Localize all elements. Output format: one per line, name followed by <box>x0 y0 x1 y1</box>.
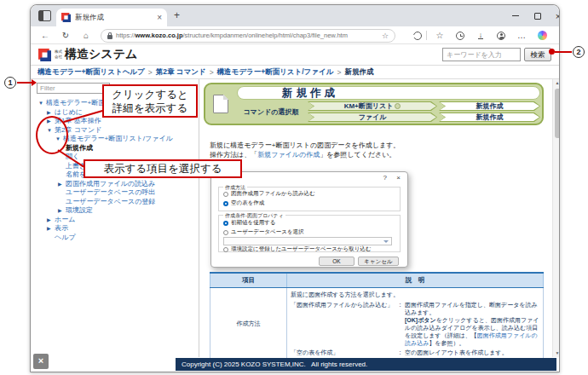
lock-icon <box>107 32 112 39</box>
intro-line2: 操作方法は、「新規ファイルの作成」を参照してください。 <box>210 150 400 159</box>
breadcrumb-link[interactable]: 構造モデラー+断面リストヘルプ <box>37 67 145 78</box>
table-description: 新規に図面作成する方法を選択します。 「図面作成用ファイルから読み込む」 ： 図… <box>287 288 544 360</box>
search-button[interactable]: 検索 <box>524 48 551 61</box>
profile-icon[interactable] <box>493 26 510 44</box>
dialog-help-icon: ? <box>383 174 387 182</box>
ok-button: OK <box>319 257 355 266</box>
dialog-close-icon: × <box>396 174 401 182</box>
logo-company-name: 構造システム <box>65 47 137 62</box>
sidebar-close-button[interactable]: × <box>33 354 49 369</box>
breadcrumb-separator: > <box>148 68 153 77</box>
copilot-icon[interactable] <box>533 26 551 44</box>
definition-row: 「図面作成用ファイルから読み込む」 ： 図面作成用ファイルを指定し、断面データを… <box>291 301 539 347</box>
tab-actions-icon[interactable] <box>38 10 51 21</box>
tree-item[interactable]: ユーザーデータベースの呼出 <box>31 188 199 198</box>
window-minimize-button[interactable] <box>506 5 525 26</box>
breadcrumb-current: 新規作成 <box>344 67 373 78</box>
tab-close-icon[interactable]: × <box>157 14 162 22</box>
tab-actions-glyph <box>39 11 43 20</box>
browser-window: 新規作成 × + × ← ↻ ⌂ https://www.kozo.co.jp/… <box>30 4 560 372</box>
keyword-search-input[interactable] <box>442 48 521 61</box>
command-item-band: 新規作成 <box>439 101 540 111</box>
tree-expand-icon[interactable]: ▼ <box>38 99 46 108</box>
scrollbar-thumb[interactable] <box>555 89 561 138</box>
radio-read-from-file: 図面作成用ファイルから読み込む <box>223 190 315 198</box>
tree-expand-icon[interactable]: ▶ <box>47 216 55 225</box>
browser-essentials-icon[interactable] <box>409 26 426 44</box>
history-icon[interactable] <box>452 26 469 44</box>
downloads-icon[interactable]: ↓ <box>472 26 489 44</box>
window-maximize-button[interactable] <box>528 5 547 26</box>
command-order-label: コマンドの選択順 <box>237 101 305 122</box>
toc-filter-input[interactable] <box>37 83 110 94</box>
url-text: https://www.kozo.co.jp/structure/kmpdanm… <box>116 32 378 39</box>
radio-icon <box>223 192 228 197</box>
intro-text: 新規に構造モデラー+断面リストの図面データを作成します。 操作方法は、「新規ファ… <box>210 141 400 159</box>
tree-expand-icon[interactable]: ▶ <box>58 180 66 189</box>
toolbar-divider <box>426 31 427 40</box>
home-icon[interactable]: ⌂ <box>78 26 94 44</box>
user-database-combobox <box>223 237 392 245</box>
screenshot-stage: 新規作成 × + × ← ↻ ⌂ https://www.kozo.co.jp/… <box>0 0 588 375</box>
radio-use-defaults: 初期値を使用する <box>223 219 275 227</box>
address-bar[interactable]: https://www.kozo.co.jp/structure/kmpdanm… <box>101 29 395 43</box>
tree-item[interactable]: ▶表示 <box>31 224 199 234</box>
breadcrumb-link[interactable]: 構造モデラー+断面リスト/ファイル <box>217 67 334 78</box>
description-intro: 新規に図面作成する方法を選択します。 <box>291 291 539 298</box>
tree-expand-icon[interactable]: ▶ <box>47 224 55 234</box>
scroll-down-icon[interactable]: ▼ <box>553 349 560 357</box>
new-file-icon <box>213 95 228 113</box>
more-menu-icon[interactable]: … <box>513 26 530 44</box>
table-header-row: 項目 説 明 <box>210 273 544 288</box>
banner-icon-cell <box>207 86 234 122</box>
tree-item[interactable]: ▶環境設定 <box>31 206 199 216</box>
definition-row: 「空の表を作成」 ： 空の図面レイアウト表を作成します。 <box>291 349 539 356</box>
back-icon[interactable]: ← <box>37 26 53 44</box>
annotation-arrowhead <box>32 79 37 86</box>
scroll-up-icon[interactable]: ▲ <box>553 79 560 87</box>
radio-selected-icon <box>223 221 228 226</box>
new-file-dialog-screenshot: ? × 作成方法 図面作成用ファイルから読み込む 空の表を作成 作成条件-図面プ… <box>210 171 408 268</box>
new-file-help-link[interactable]: 新規ファイルの作成 <box>257 151 320 159</box>
help-content: 新規作成 コマンドの選択順 KM+断面リスト 新規作成 ファイル 新規作成 <box>199 79 552 357</box>
kozo-logo-icon <box>38 49 51 61</box>
window-close-button[interactable]: × <box>549 5 560 26</box>
annotation-line-1 <box>17 82 32 84</box>
tree-item[interactable]: ヘルプ <box>31 234 199 243</box>
logo-company-prefix: 株式会社 <box>55 49 62 60</box>
copyright-footer: Copyright (C) 2025 KOZO SYSTEM,INC. All … <box>176 358 556 371</box>
page-title: 新規作成 <box>237 86 540 100</box>
callout-select-item: 表示する項目を選択する <box>84 159 242 178</box>
tab-strip: 新規作成 × + × <box>31 5 559 26</box>
favicon-kozo-icon <box>61 13 71 22</box>
description-table: 項目 説 明 作成方法 新規に図面作成する方法を選択します。 「図面作成用ファイ… <box>210 272 544 360</box>
browser-tab[interactable]: 新規作成 × <box>56 9 167 26</box>
command-path-row: KM+断面リスト 新規作成 <box>308 101 540 111</box>
page-title-banner: 新規作成 コマンドの選択順 KM+断面リスト 新規作成 ファイル 新規作成 <box>204 83 544 125</box>
favorites-icon[interactable]: ☆ <box>431 26 448 44</box>
tree-item[interactable]: ユーザーデータベースの登録 <box>31 198 199 207</box>
command-menu-band: ファイル <box>308 112 437 122</box>
breadcrumb-link[interactable]: 第2章 コマンド <box>156 67 206 78</box>
callout-click-details: クリックすると 詳細を表示する <box>102 84 198 118</box>
col-header-description: 説 明 <box>287 273 544 288</box>
radio-selected-icon <box>223 201 228 206</box>
command-path-row: ファイル 新規作成 <box>308 112 540 122</box>
bookmark-star-icon[interactable]: ☆ <box>382 32 389 40</box>
col-header-item: 項目 <box>210 273 287 288</box>
tree-expand-icon[interactable]: ▶ <box>58 206 66 216</box>
command-item-band: 新規作成 <box>439 112 540 122</box>
table-row: 作成方法 新規に図面作成する方法を選択します。 「図面作成用ファイルから読み込む… <box>210 288 544 360</box>
annotation-marker-2: 2 <box>573 46 585 58</box>
tree-item[interactable]: ▶ホーム <box>31 216 199 225</box>
new-tab-button[interactable]: + <box>174 9 180 21</box>
tree-item[interactable]: ▶図面作成用ファイルの読込み <box>31 180 199 189</box>
breadcrumb-separator: > <box>337 68 341 77</box>
reload-icon[interactable]: ↻ <box>58 26 73 44</box>
annotation-marker-1: 1 <box>4 77 16 89</box>
intro-line1: 新規に構造モデラー+断面リストの図面データを作成します。 <box>210 141 400 150</box>
site-header: 株式会社 構造システム 検索 <box>31 44 559 66</box>
radio-icon <box>223 230 228 235</box>
radio-icon <box>223 247 228 252</box>
vertical-scrollbar[interactable]: ▲ ▼ <box>552 79 560 357</box>
